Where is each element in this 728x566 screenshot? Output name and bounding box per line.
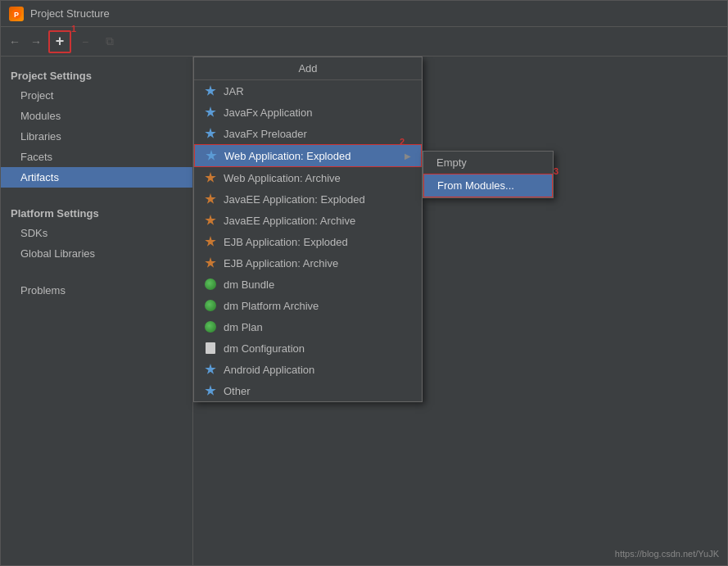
submenu-item-empty[interactable]: Empty [423,152,553,174]
dropdown-item-android-app[interactable]: Android Application [194,359,422,380]
javaee-archive-icon [204,214,217,227]
dm-bundle-icon [204,278,217,291]
javafx-preloader-icon [204,127,217,140]
sidebar: Project Settings Project Modules Librari… [1,57,193,565]
add-button[interactable]: + [48,30,71,53]
content-area: Add JAR JavaFx Application JavaFx Preloa… [193,57,727,565]
dropdown-item-other[interactable]: Other [194,380,422,401]
web-app-exploded-icon [205,149,218,162]
platform-settings-header: Platform Settings [1,201,192,223]
toolbar: ← → + − ⧉ [1,27,727,57]
ejb-exploded-icon [204,235,217,248]
svg-text:P: P [14,11,19,19]
other-icon [204,384,217,397]
title-bar: P Project Structure [1,1,727,27]
dropdown-header: Add [194,57,422,80]
dropdown-item-ejb-exploded[interactable]: EJB Application: Exploded [194,231,422,252]
dropdown-item-javafx-app[interactable]: JavaFx Application [194,102,422,123]
dropdown-item-javafx-preloader[interactable]: JavaFx Preloader [194,123,422,144]
remove-button[interactable]: − [75,31,96,52]
sidebar-item-global-libraries[interactable]: Global Libraries [1,243,192,264]
watermark: https://blog.csdn.net/YuJK [615,549,719,559]
dm-platform-icon [204,299,217,312]
dropdown-item-jar[interactable]: JAR [194,80,422,102]
main-content: Project Settings Project Modules Librari… [1,57,727,565]
project-settings-header: Project Settings [1,63,192,85]
dropdown-item-dm-configuration[interactable]: dm Configuration [194,337,422,359]
dm-config-icon [204,342,217,355]
app-icon: P [9,7,24,21]
web-app-archive-icon [204,171,217,184]
sidebar-item-libraries[interactable]: Libraries [1,126,192,147]
forward-button[interactable]: → [27,33,45,51]
dropdown-item-javaee-exploded[interactable]: JavaEE Application: Exploded [194,188,422,210]
javaee-exploded-icon [204,192,217,206]
submenu: Empty From Modules... [423,151,554,198]
sidebar-item-artifacts[interactable]: Artifacts [1,167,192,188]
dropdown-item-dm-platform[interactable]: dm Platform Archive [194,295,422,316]
dropdown-item-ejb-archive[interactable]: EJB Application: Archive [194,252,422,274]
submenu-item-from-modules[interactable]: From Modules... [423,174,553,197]
ejb-archive-icon [204,256,217,269]
copy-button[interactable]: ⧉ [99,31,120,52]
sidebar-item-project[interactable]: Project [1,85,192,106]
dropdown-item-web-app-archive[interactable]: Web Application: Archive [194,167,422,188]
javafx-app-icon [204,106,217,119]
sidebar-item-modules[interactable]: Modules [1,106,192,126]
dm-plan-icon [204,320,217,333]
dropdown-item-dm-plan[interactable]: dm Plan [194,316,422,337]
sidebar-item-sdks[interactable]: SDKs [1,223,192,243]
android-app-icon [204,363,217,376]
dropdown-item-javaee-archive[interactable]: JavaEE Application: Archive [194,210,422,231]
jar-icon [204,84,217,97]
dropdown-item-dm-bundle[interactable]: dm Bundle [194,274,422,295]
back-button[interactable]: ← [6,33,24,51]
submenu-chevron: ▶ [405,152,411,161]
sidebar-item-problems[interactable]: Problems [1,280,192,301]
add-dropdown-menu: Add JAR JavaFx Application JavaFx Preloa… [193,57,423,402]
sidebar-item-facets[interactable]: Facets [1,147,192,167]
project-structure-window: P Project Structure ← → + − ⧉ Project Se… [0,0,728,566]
window-title: Project Structure [30,7,110,20]
dropdown-item-web-app-exploded[interactable]: Web Application: Exploded ▶ [194,144,422,167]
